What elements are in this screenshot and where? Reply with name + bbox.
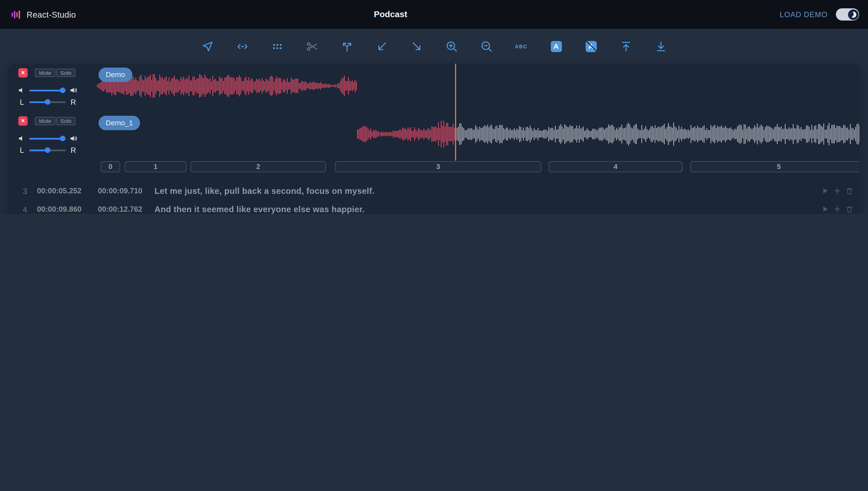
track-2-remove-button[interactable]: ×	[18, 116, 28, 126]
theme-toggle-knob	[848, 9, 858, 20]
pan-right-label: R	[70, 98, 77, 106]
ruler-tick[interactable]: 4	[549, 161, 682, 172]
segment-end-time: 00:00:12.762	[91, 205, 149, 213]
track-1-controls: × Mute Solo L	[14, 67, 96, 112]
segment-actions	[816, 205, 853, 213]
plus-icon	[834, 205, 841, 213]
segment-start-time: 00:00:09.860	[27, 205, 91, 213]
top-bar: React-Studio Podcast LOAD DEMO	[0, 0, 868, 29]
marker-spacing-tool-button[interactable]	[233, 37, 252, 56]
track-2-waveform[interactable]	[357, 116, 860, 152]
track-2-pan-row: L R	[18, 145, 77, 155]
timeline-region[interactable]: Demo Demo_1 0 1 2 3 4 5	[97, 64, 860, 173]
volume-low-icon	[18, 86, 26, 94]
scissors-icon	[305, 39, 318, 53]
track-1-waveform[interactable]	[97, 70, 357, 101]
track-1-remove-button[interactable]: ×	[18, 68, 28, 78]
toolbar: ABC A A	[0, 29, 868, 64]
volume-high-icon	[70, 135, 78, 142]
captions-off-button[interactable]: A	[581, 37, 600, 56]
track-1-solo-button[interactable]: Solo	[57, 69, 75, 77]
pan-left-label: L	[18, 146, 26, 154]
editor-panel: × Mute Solo L	[8, 64, 860, 214]
cut-tool-button[interactable]	[303, 37, 321, 56]
segment-end-time: 00:00:09.710	[91, 186, 149, 195]
captions-on-button[interactable]: A	[547, 37, 565, 56]
segment-add-button[interactable]	[834, 187, 841, 195]
brand: React-Studio	[11, 0, 76, 29]
track-2-solo-button[interactable]: Solo	[57, 117, 75, 125]
zoom-in-icon	[445, 39, 458, 53]
grid-dots-icon	[271, 39, 284, 53]
download-button[interactable]	[651, 37, 670, 56]
track-1-pan-row: L R	[18, 97, 77, 107]
app: React-Studio Podcast LOAD DEMO	[0, 0, 868, 214]
ruler-tick[interactable]: 5	[690, 161, 860, 172]
track-2-volume-row	[18, 134, 78, 143]
segment-add-button[interactable]	[834, 205, 841, 213]
captions-off-icon: A	[586, 41, 597, 52]
ruler-tick[interactable]: 1	[124, 161, 186, 172]
track-1-volume-row	[18, 86, 78, 95]
angle-brackets-dots-icon	[236, 39, 249, 53]
upload-icon	[619, 39, 632, 53]
split-arrows-icon	[340, 39, 353, 53]
segment-play-button[interactable]	[822, 187, 829, 195]
transcript-row[interactable]: 4 00:00:09.860 00:00:12.762 And then it …	[8, 200, 860, 214]
fade-in-tool-button[interactable]	[372, 37, 391, 56]
track-2-volume-slider[interactable]	[29, 135, 66, 142]
navigate-tool-button[interactable]	[198, 37, 217, 56]
segment-text[interactable]: And then it seemed like everyone else wa…	[149, 203, 816, 214]
upload-button[interactable]	[616, 37, 635, 56]
track-1-mute-button[interactable]: Mute	[35, 69, 56, 77]
transcript-tool-button[interactable]: ABC	[512, 37, 530, 56]
ruler-tick[interactable]: 3	[335, 161, 541, 172]
zoom-out-button[interactable]	[477, 37, 496, 56]
split-tool-button[interactable]	[338, 37, 356, 56]
track-1-pan-slider[interactable]	[29, 98, 66, 105]
track-2-pan-slider[interactable]	[29, 147, 66, 153]
segment-play-button[interactable]	[822, 205, 829, 213]
plus-icon	[834, 187, 841, 195]
track-2-mute-button[interactable]: Mute	[35, 117, 56, 125]
playhead[interactable]	[455, 64, 456, 161]
header-actions: LOAD DEMO	[780, 0, 859, 29]
volume-high-icon	[70, 86, 78, 94]
track-2-clip-label[interactable]: Demo_1	[98, 116, 140, 131]
pan-right-label: R	[70, 146, 77, 154]
trash-icon	[846, 205, 853, 213]
segment-actions	[816, 187, 853, 195]
track-2-controls: × Mute Solo L	[14, 116, 96, 160]
arrow-down-left-icon	[375, 39, 389, 53]
arrow-down-right-icon	[410, 39, 423, 53]
timeline-ruler: 0 1 2 3 4 5	[97, 161, 860, 173]
download-icon	[654, 39, 667, 53]
play-icon	[822, 205, 829, 213]
navigation-arrow-icon	[201, 39, 214, 53]
grid-tool-button[interactable]	[268, 37, 286, 56]
brand-name: React-Studio	[27, 10, 76, 19]
zoom-out-icon	[479, 39, 493, 53]
ruler-tick[interactable]: 2	[190, 161, 326, 172]
segment-index: 4	[15, 205, 27, 214]
segment-start-time: 00:00:05.252	[27, 186, 91, 195]
pan-left-label: L	[18, 98, 26, 106]
transcript-row[interactable]: 3 00:00:05.252 00:00:09.710 Let me just,…	[8, 182, 860, 200]
transcript-list: 3 00:00:05.252 00:00:09.710 Let me just,…	[8, 182, 860, 214]
track-1-volume-slider[interactable]	[29, 87, 66, 94]
ruler-tick[interactable]: 0	[101, 161, 120, 172]
fade-out-tool-button[interactable]	[407, 37, 426, 56]
play-icon	[822, 187, 829, 195]
segment-delete-button[interactable]	[846, 187, 853, 195]
theme-toggle[interactable]	[836, 8, 859, 20]
track-1-clip-label[interactable]: Demo	[98, 67, 132, 82]
brand-logo-icon	[11, 9, 22, 20]
load-demo-button[interactable]: LOAD DEMO	[780, 10, 828, 18]
segment-delete-button[interactable]	[846, 205, 853, 213]
segment-text[interactable]: Let me just, like, pull back a second, f…	[149, 184, 816, 197]
zoom-in-button[interactable]	[442, 37, 461, 56]
moon-icon	[850, 11, 856, 18]
segment-index: 3	[15, 186, 27, 195]
page-title: Podcast	[374, 9, 407, 19]
captions-on-icon: A	[551, 41, 562, 52]
